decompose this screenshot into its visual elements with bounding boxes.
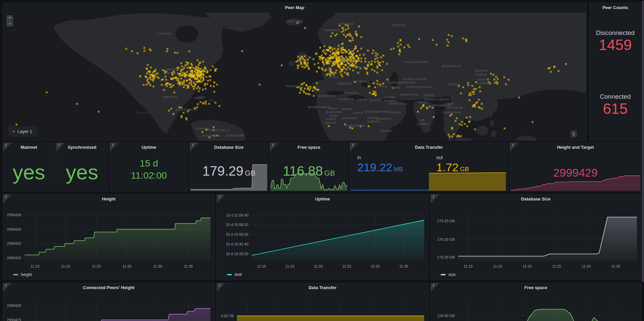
y-axis-tick-label: 116.90 GB [431,313,455,318]
data-transfer-in: in 219.22MB [350,143,429,191]
mainnet-panel: i Mainnet yes [3,142,55,191]
map-zoom-control: + − [6,15,13,27]
synchronized-panel: i Synchronized yes [56,142,108,191]
country-label: SUDAN [365,110,377,113]
layer-marker-icon: × [12,129,15,134]
x-axis-tick-label: 11:35 [177,264,199,268]
country-label: MALI [329,106,337,110]
info-corner-icon[interactable]: i [510,143,519,151]
country-label: KENYA [381,129,393,133]
height-chart-panel: i Height 299941529994202999425299943011:… [3,194,215,280]
y-axis-tick-label: 15 d 10:41:40 [217,242,248,246]
map-canvas [3,12,586,141]
x-axis-tick-label: 11:10 [24,264,46,268]
synchronized-value: yes [56,160,108,184]
info-corner-icon[interactable]: i [56,143,65,151]
info-corner-icon[interactable]: i [431,283,439,292]
uptime-stat-panel: i Uptime 15 d 11:02:00 [110,142,188,191]
out-sparkline [429,160,506,191]
world-map[interactable]: CANADAUNITED STATESMEXICOCUBAGUATEMALAPA… [3,12,586,141]
data-transfer-chart-plot[interactable] [237,302,424,321]
height-chart-title[interactable]: Height [3,194,214,204]
legend-item[interactable]: height [13,272,32,277]
legend-swatch-icon [13,274,18,275]
country-label: GUATEMALA [176,108,198,111]
info-corner-icon[interactable]: i [3,194,12,203]
y-axis-tick-label: 2999430 [3,303,21,308]
country-label: ICELAND [287,19,303,23]
height-chart-plot[interactable] [25,211,210,262]
country-label: KYRGYZSTAN [403,78,427,81]
country-label: MOROCCO [318,94,336,98]
map-zoom-in-button[interactable]: + [6,15,13,21]
height-target-title[interactable]: Height and Target [510,143,641,152]
info-corner-icon[interactable]: i [217,194,226,203]
connected-peers-height-plot[interactable] [25,302,210,321]
data-transfer-chart-title[interactable]: Data Transfer [217,283,428,292]
info-corner-icon[interactable]: i [3,283,12,292]
y-axis-tick-label: 3.00 TB [217,314,234,318]
page-scrollbar[interactable] [642,1,644,282]
disconnected-value: 1459 [590,37,641,53]
uptime-chart-panel: i Uptime 15 d 10:33:2015 d 10:41:4015 d … [216,194,429,280]
country-label: BURKINA FASO [326,110,343,118]
connected-value: 615 [590,101,641,117]
country-label: MAURITANIA [308,105,330,109]
free-space-chart-title[interactable]: Free space [431,283,641,292]
database-size-stat-panel: i Database Size 179.29GB [190,142,268,191]
country-label: YEMEN [389,110,401,114]
data-transfer-stat-panel: i Data Transfer in 219.22MB out 1.72GB [350,142,508,191]
y-axis-tick-label: 2999420 [3,241,21,246]
x-axis-tick-label: 11:15 [279,264,300,268]
info-corner-icon[interactable]: i [110,143,119,151]
info-corner-icon[interactable]: i [431,194,439,203]
info-corner-icon[interactable]: i [350,143,359,151]
x-axis-tick-label: 11:30 [575,264,597,268]
country-label: NIGERIA [342,116,357,120]
data-transfer-chart-panel: i Data Transfer 3.00 TB11:1011:1511:2011… [216,283,429,321]
info-corner-icon[interactable]: i [3,143,12,151]
country-label: TURKMENISTAN [387,81,415,85]
x-axis-tick-label: 11:20 [516,264,538,268]
country-label: EMIRATES [389,102,407,105]
info-corner-icon[interactable]: i [217,283,226,292]
free-space-chart-plot[interactable] [458,302,637,321]
map-attribution-button[interactable]: i [571,131,577,137]
info-corner-icon[interactable]: i [190,143,199,151]
database-size-chart-plot[interactable] [458,211,637,262]
legend-item[interactable]: limit [227,272,242,277]
database-size-chart-title[interactable]: Database Size [431,194,641,204]
country-label: SYRIA [367,82,378,86]
country-label: MONGOLIA [442,64,461,68]
uptime-chart-plot[interactable] [252,211,424,262]
country-label: CHINA [448,83,459,86]
legend-item[interactable]: size [441,272,455,277]
country-label: PAKISTAN [400,93,418,97]
legend-swatch-icon [227,274,232,275]
uptime-stat-title[interactable]: Uptime [110,143,188,152]
height-target-panel: i Height and Target 2999429 [510,142,641,191]
x-axis-tick-label: 11:35 [393,264,414,268]
x-axis-tick-label: 11:10 [457,264,479,268]
country-label: CAMEROON [344,124,365,128]
free-space-stat-title[interactable]: Free space [270,143,348,152]
peer-map-title[interactable]: Peer Map [3,3,586,12]
country-label: KAZAKHSTAN [404,60,429,64]
connected-peers-height-title[interactable]: Connected Peers' Height [3,283,214,292]
disconnected-label: Disconnected [590,29,641,37]
uptime-chart-title[interactable]: Uptime [217,194,428,204]
country-label: RUSSIA [393,24,406,27]
map-zoom-out-button[interactable]: − [6,21,13,27]
country-label: CAMBODIA [442,110,461,114]
info-corner-icon[interactable]: i [270,143,279,151]
x-axis-tick-label: 11:20 [308,264,329,268]
database-size-value: 179.29GB [190,164,268,179]
in-value: 219.22MB [357,161,403,174]
database-size-stat-title[interactable]: Database Size [190,143,268,152]
country-label: ALGERIA [338,97,354,101]
peer-counts-title[interactable]: Peer Counts [590,3,641,12]
map-layer-toggle[interactable]: × Layer 1 [8,126,37,137]
peer-map-panel: Peer Map [3,3,587,141]
country-label: PORTUGAL [286,84,306,88]
country-label: CHAD [353,111,363,114]
